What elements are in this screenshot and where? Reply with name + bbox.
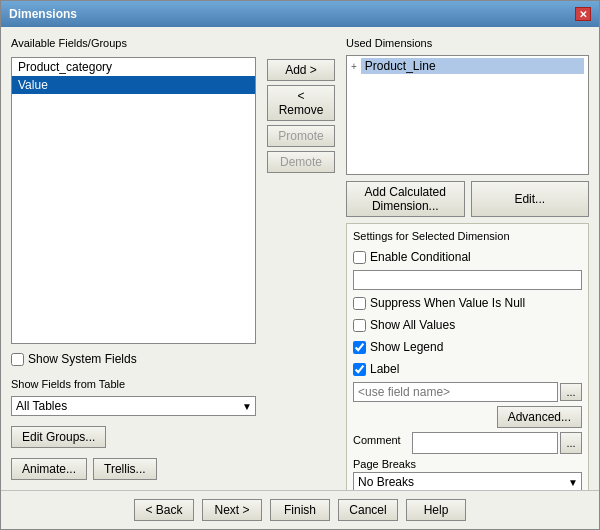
finish-button[interactable]: Finish xyxy=(270,499,330,521)
suppress-null-label: Suppress When Value Is Null xyxy=(370,296,525,310)
enable-conditional-row: Enable Conditional xyxy=(353,248,582,266)
comment-row: Comment ... xyxy=(353,432,582,454)
trellis-button[interactable]: Trellis... xyxy=(93,458,157,480)
used-dim-item: + Product_Line xyxy=(347,56,588,76)
dialog-content: Available Fields/Groups Product_category… xyxy=(1,27,599,490)
add-button[interactable]: Add > xyxy=(267,59,335,81)
edit-groups-button[interactable]: Edit Groups... xyxy=(11,426,106,448)
bottom-bar: < Back Next > Finish Cancel Help xyxy=(1,490,599,529)
available-fields-list[interactable]: Product_category Value xyxy=(11,57,256,344)
title-bar: Dimensions ✕ xyxy=(1,1,599,27)
help-button[interactable]: Help xyxy=(406,499,466,521)
advanced-button[interactable]: Advanced... xyxy=(497,406,582,428)
page-breaks-section: Page Breaks No Breaks ▼ xyxy=(353,458,582,490)
page-breaks-select-wrap: No Breaks ▼ xyxy=(353,472,582,490)
show-legend-label: Show Legend xyxy=(370,340,443,354)
dialog-title: Dimensions xyxy=(9,7,77,21)
label-input[interactable] xyxy=(353,382,558,402)
dimension-name: Product_Line xyxy=(361,58,584,74)
show-all-values-row: Show All Values xyxy=(353,316,582,334)
available-fields-label: Available Fields/Groups xyxy=(11,37,256,49)
middle-buttons-panel: Add > < Remove Promote Demote xyxy=(266,37,336,480)
close-button[interactable]: ✕ xyxy=(575,7,591,21)
settings-box: Settings for Selected Dimension Enable C… xyxy=(346,223,589,490)
conditional-input-row xyxy=(353,270,582,290)
page-breaks-label: Page Breaks xyxy=(353,458,582,470)
label-row: Label xyxy=(353,360,582,378)
edit-groups-row: Edit Groups... xyxy=(11,426,256,448)
expand-icon: + xyxy=(351,61,357,72)
show-all-values-checkbox[interactable] xyxy=(353,319,366,332)
cancel-button[interactable]: Cancel xyxy=(338,499,398,521)
show-system-fields-label: Show System Fields xyxy=(28,352,137,366)
right-panel: Used Dimensions + Product_Line Add Calcu… xyxy=(346,37,589,480)
back-button[interactable]: < Back xyxy=(134,499,194,521)
show-fields-from-label: Show Fields from Table xyxy=(11,378,256,390)
show-legend-row: Show Legend xyxy=(353,338,582,356)
show-all-values-label: Show All Values xyxy=(370,318,455,332)
suppress-null-checkbox[interactable] xyxy=(353,297,366,310)
label-input-row: ... xyxy=(353,382,582,402)
comment-field-wrap: ... xyxy=(412,432,582,454)
list-item[interactable]: Product_category xyxy=(12,58,255,76)
list-item-selected[interactable]: Value xyxy=(12,76,255,94)
page-breaks-select[interactable]: No Breaks xyxy=(353,472,582,490)
comment-label: Comment xyxy=(353,432,408,446)
add-calculated-button[interactable]: Add Calculated Dimension... xyxy=(346,181,465,217)
remove-button[interactable]: < Remove xyxy=(267,85,335,121)
settings-label: Settings for Selected Dimension xyxy=(353,230,582,242)
comment-ellipsis-button[interactable]: ... xyxy=(560,432,582,454)
animate-trellis-row: Animate... Trellis... xyxy=(11,458,256,480)
table-dropdown-wrapper: All Tables ▼ xyxy=(11,396,256,416)
demote-button[interactable]: Demote xyxy=(267,151,335,173)
left-panel: Available Fields/Groups Product_category… xyxy=(11,37,256,480)
animate-button[interactable]: Animate... xyxy=(11,458,87,480)
comment-input[interactable] xyxy=(412,432,558,454)
label-ellipsis-button[interactable]: ... xyxy=(560,383,582,401)
conditional-input[interactable] xyxy=(353,270,582,290)
enable-conditional-label: Enable Conditional xyxy=(370,250,471,264)
enable-conditional-checkbox[interactable] xyxy=(353,251,366,264)
used-dimensions-list[interactable]: + Product_Line xyxy=(346,55,589,175)
show-system-fields-row: Show System Fields xyxy=(11,350,256,368)
edit-button[interactable]: Edit... xyxy=(471,181,590,217)
advanced-row: Advanced... xyxy=(353,406,582,428)
used-dimensions-label: Used Dimensions xyxy=(346,37,589,49)
calc-btn-row: Add Calculated Dimension... Edit... xyxy=(346,181,589,217)
next-button[interactable]: Next > xyxy=(202,499,262,521)
table-dropdown[interactable]: All Tables xyxy=(11,396,256,416)
show-legend-checkbox[interactable] xyxy=(353,341,366,354)
promote-button[interactable]: Promote xyxy=(267,125,335,147)
show-system-fields-checkbox[interactable] xyxy=(11,353,24,366)
label-checkbox[interactable] xyxy=(353,363,366,376)
suppress-null-row: Suppress When Value Is Null xyxy=(353,294,582,312)
label-checkbox-label: Label xyxy=(370,362,399,376)
dimensions-dialog: Dimensions ✕ Available Fields/Groups Pro… xyxy=(0,0,600,530)
